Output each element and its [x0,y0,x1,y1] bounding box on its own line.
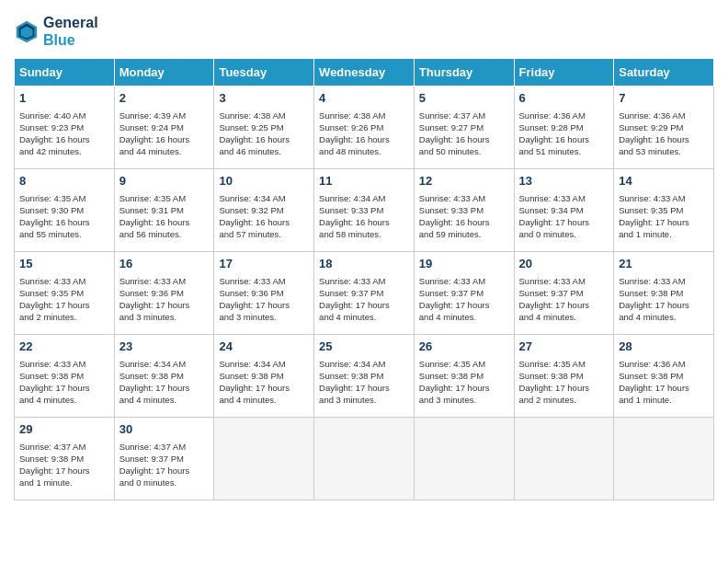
day-number: 12 [419,173,509,190]
day-cell: 13Sunrise: 4:33 AM Sunset: 9:34 PM Dayli… [514,169,614,252]
day-number: 18 [319,256,409,272]
day-info: Sunrise: 4:38 AM Sunset: 9:25 PM Dayligh… [219,109,309,158]
day-cell: 17Sunrise: 4:33 AM Sunset: 9:36 PM Dayli… [214,252,314,335]
week-row-5: 29Sunrise: 4:37 AM Sunset: 9:38 PM Dayli… [15,418,714,500]
logo-icon [14,18,40,44]
day-info: Sunrise: 4:34 AM Sunset: 9:38 PM Dayligh… [119,358,210,407]
day-number: 15 [19,256,109,272]
day-cell: 28Sunrise: 4:36 AM Sunset: 9:38 PM Dayli… [614,335,714,418]
day-info: Sunrise: 4:35 AM Sunset: 9:30 PM Dayligh… [19,192,109,241]
day-cell: 9Sunrise: 4:35 AM Sunset: 9:31 PM Daylig… [114,169,214,252]
day-info: Sunrise: 4:33 AM Sunset: 9:38 PM Dayligh… [19,358,109,407]
day-cell: 22Sunrise: 4:33 AM Sunset: 9:38 PM Dayli… [15,335,115,418]
header-tuesday: Tuesday [214,59,314,86]
day-number: 16 [119,256,210,272]
day-number: 22 [19,339,109,355]
day-cell: 18Sunrise: 4:33 AM Sunset: 9:37 PM Dayli… [314,252,415,335]
day-cell: 29Sunrise: 4:37 AM Sunset: 9:38 PM Dayli… [15,418,115,500]
day-number: 8 [19,173,109,190]
day-number: 5 [419,90,509,107]
day-cell: 15Sunrise: 4:33 AM Sunset: 9:35 PM Dayli… [15,252,115,335]
day-info: Sunrise: 4:33 AM Sunset: 9:37 PM Dayligh… [319,275,409,324]
day-info: Sunrise: 4:33 AM Sunset: 9:36 PM Dayligh… [219,275,309,324]
day-info: Sunrise: 4:36 AM Sunset: 9:38 PM Dayligh… [619,358,709,407]
day-number: 28 [619,339,709,355]
day-cell: 6Sunrise: 4:36 AM Sunset: 9:28 PM Daylig… [514,86,614,169]
day-cell [614,418,714,500]
day-info: Sunrise: 4:38 AM Sunset: 9:26 PM Dayligh… [319,109,409,158]
day-info: Sunrise: 4:34 AM Sunset: 9:32 PM Dayligh… [219,192,309,241]
header-monday: Monday [114,59,214,86]
page-header: General Blue [14,14,714,49]
week-row-2: 8Sunrise: 4:35 AM Sunset: 9:30 PM Daylig… [15,169,714,252]
day-cell: 1Sunrise: 4:40 AM Sunset: 9:23 PM Daylig… [15,86,115,169]
day-cell: 3Sunrise: 4:38 AM Sunset: 9:25 PM Daylig… [214,86,314,169]
day-number: 2 [119,90,210,107]
day-cell: 26Sunrise: 4:35 AM Sunset: 9:38 PM Dayli… [414,335,514,418]
day-number: 13 [519,173,609,190]
day-number: 20 [519,256,609,272]
day-cell: 23Sunrise: 4:34 AM Sunset: 9:38 PM Dayli… [114,335,214,418]
header-wednesday: Wednesday [314,59,415,86]
day-info: Sunrise: 4:34 AM Sunset: 9:38 PM Dayligh… [219,358,309,407]
day-info: Sunrise: 4:33 AM Sunset: 9:35 PM Dayligh… [619,192,709,241]
day-number: 6 [519,90,609,107]
calendar-header-row: SundayMondayTuesdayWednesdayThursdayFrid… [15,59,714,86]
day-info: Sunrise: 4:33 AM Sunset: 9:34 PM Dayligh… [519,192,609,241]
day-info: Sunrise: 4:35 AM Sunset: 9:38 PM Dayligh… [519,358,609,407]
day-cell: 20Sunrise: 4:33 AM Sunset: 9:37 PM Dayli… [514,252,614,335]
day-info: Sunrise: 4:37 AM Sunset: 9:38 PM Dayligh… [19,441,109,489]
day-number: 4 [319,90,409,107]
week-row-3: 15Sunrise: 4:33 AM Sunset: 9:35 PM Dayli… [15,252,714,335]
day-cell: 7Sunrise: 4:36 AM Sunset: 9:29 PM Daylig… [614,86,714,169]
day-number: 17 [219,256,309,272]
day-info: Sunrise: 4:36 AM Sunset: 9:28 PM Dayligh… [519,109,609,158]
day-info: Sunrise: 4:37 AM Sunset: 9:27 PM Dayligh… [419,109,509,158]
day-number: 26 [419,339,509,355]
day-info: Sunrise: 4:40 AM Sunset: 9:23 PM Dayligh… [19,109,109,158]
header-saturday: Saturday [614,59,714,86]
day-number: 7 [619,90,709,107]
day-cell [414,418,514,500]
day-cell: 14Sunrise: 4:33 AM Sunset: 9:35 PM Dayli… [614,169,714,252]
day-cell [314,418,415,500]
day-cell: 11Sunrise: 4:34 AM Sunset: 9:33 PM Dayli… [314,169,415,252]
day-info: Sunrise: 4:33 AM Sunset: 9:35 PM Dayligh… [19,275,109,324]
day-number: 3 [219,90,309,107]
day-number: 27 [519,339,609,355]
day-number: 9 [119,173,210,190]
day-info: Sunrise: 4:39 AM Sunset: 9:24 PM Dayligh… [119,109,210,158]
day-cell: 21Sunrise: 4:33 AM Sunset: 9:38 PM Dayli… [614,252,714,335]
day-number: 23 [119,339,210,355]
logo-line2: Blue [43,31,98,49]
day-number: 30 [119,421,210,438]
day-cell: 19Sunrise: 4:33 AM Sunset: 9:37 PM Dayli… [414,252,514,335]
week-row-1: 1Sunrise: 4:40 AM Sunset: 9:23 PM Daylig… [15,86,714,169]
calendar-table: SundayMondayTuesdayWednesdayThursdayFrid… [14,58,714,500]
day-number: 11 [319,173,409,190]
day-cell: 10Sunrise: 4:34 AM Sunset: 9:32 PM Dayli… [214,169,314,252]
header-thursday: Thursday [414,59,514,86]
day-cell: 5Sunrise: 4:37 AM Sunset: 9:27 PM Daylig… [414,86,514,169]
day-cell: 24Sunrise: 4:34 AM Sunset: 9:38 PM Dayli… [214,335,314,418]
day-info: Sunrise: 4:34 AM Sunset: 9:38 PM Dayligh… [319,358,409,407]
day-cell: 16Sunrise: 4:33 AM Sunset: 9:36 PM Dayli… [114,252,214,335]
day-info: Sunrise: 4:33 AM Sunset: 9:38 PM Dayligh… [619,275,709,324]
day-info: Sunrise: 4:33 AM Sunset: 9:37 PM Dayligh… [419,275,509,324]
day-info: Sunrise: 4:33 AM Sunset: 9:36 PM Dayligh… [119,275,210,324]
day-info: Sunrise: 4:36 AM Sunset: 9:29 PM Dayligh… [619,109,709,158]
day-number: 1 [19,90,109,107]
day-cell: 25Sunrise: 4:34 AM Sunset: 9:38 PM Dayli… [314,335,415,418]
day-cell: 12Sunrise: 4:33 AM Sunset: 9:33 PM Dayli… [414,169,514,252]
day-number: 19 [419,256,509,272]
day-cell: 2Sunrise: 4:39 AM Sunset: 9:24 PM Daylig… [114,86,214,169]
day-info: Sunrise: 4:35 AM Sunset: 9:38 PM Dayligh… [419,358,509,407]
header-sunday: Sunday [15,59,115,86]
day-number: 21 [619,256,709,272]
day-info: Sunrise: 4:37 AM Sunset: 9:37 PM Dayligh… [119,441,210,489]
day-cell [514,418,614,500]
day-number: 10 [219,173,309,190]
week-row-4: 22Sunrise: 4:33 AM Sunset: 9:38 PM Dayli… [15,335,714,418]
day-cell: 4Sunrise: 4:38 AM Sunset: 9:26 PM Daylig… [314,86,415,169]
logo: General Blue [14,14,98,49]
